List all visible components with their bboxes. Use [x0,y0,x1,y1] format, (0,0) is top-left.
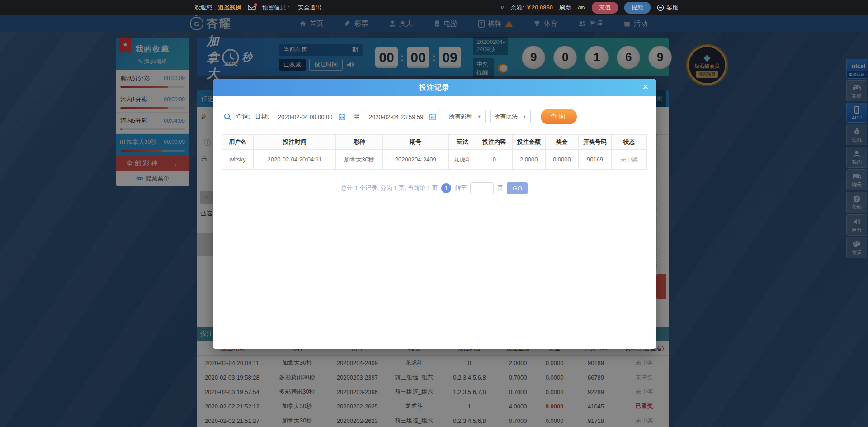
cell-play: 龙虎斗 [448,150,476,169]
table-row[interactable]: wltsky 2020-02-04 20:04:11 加拿大30秒 202002… [222,150,647,170]
col-header: 用户名 [222,135,253,149]
chevron-down-icon: ▼ [523,114,527,119]
modal-table-header: 用户名 投注时间 彩种 期号 玩法 投注内容 投注金额 奖金 开奖号码 状态 [222,134,647,150]
calendar-icon[interactable] [429,114,436,120]
service-button[interactable]: 客服 [657,4,678,12]
go-button[interactable]: GO [507,182,528,194]
balance-label: 余额: [511,4,524,11]
balance-value: ￥20.0850 [526,4,553,11]
service-label: 客服 [666,4,678,12]
close-icon[interactable]: ✕ [642,83,649,92]
utility-topbar: 欢迎您，逍遥残枫 预留信息： 安全退出 ∨ 余额: ￥20.0850 刷新 充值… [0,0,868,15]
cell-content: 0 [476,150,512,169]
col-header: 开奖号码 [578,135,611,149]
col-header: 期号 [382,135,448,149]
cell-status: 未中奖 [611,150,646,169]
col-header: 投注时间 [253,135,336,149]
chat-bubble-icon [657,4,664,11]
cell-amount: 2.0000 [512,150,545,169]
cell-issue: 20200204-2409 [382,150,448,169]
goto-label: 转至 [455,184,467,192]
col-header: 奖金 [545,135,578,149]
play-select[interactable]: 所有玩法 ▼ [490,110,531,123]
cell-prize: 0.0000 [545,150,578,169]
col-header: 投注金额 [512,135,545,149]
pagination-summary: 总计 1 个记录, 分为 1 页, 当前第 1 页 [341,184,438,192]
balance: 余额: ￥20.0850 [511,4,553,12]
cell-draw-code: 90169 [578,150,611,169]
date-from-input[interactable] [278,114,336,120]
chevron-down-icon: ▼ [477,114,481,119]
logout-link[interactable]: 安全退出 [298,4,321,12]
calendar-icon[interactable] [339,114,345,120]
date-label: 日期: [255,113,269,121]
date-to-field [365,110,440,123]
col-header: 投注内容 [476,135,512,149]
pagination: 总计 1 个记录, 分为 1 页, 当前第 1 页 1 转至 页 GO [213,182,656,194]
cell-bet-time: 2020-02-04 20:04:11 [253,150,336,169]
modal-header: 投注记录 ✕ [213,79,656,96]
reserved-info-label: 预留信息： [262,4,292,12]
col-header: 玩法 [448,135,476,149]
cell-username: wltsky [222,150,253,169]
query-label: 查询: [236,113,250,121]
search-bar: 查询: 日期: 至 所有彩种 ▼ 所有玩法 ▼ 查询 [213,96,656,124]
col-header: 状态 [611,135,646,149]
modal-table-body: wltsky 2020-02-04 20:04:11 加拿大30秒 202002… [222,150,647,170]
withdraw-button[interactable]: 提款 [624,2,651,14]
mail-button[interactable] [248,5,256,10]
to-label: 至 [354,113,360,121]
cell-lottery: 加拿大30秒 [335,150,382,169]
username[interactable]: 逍遥残枫 [218,4,241,11]
play-select-value: 所有玩法 [494,113,518,121]
goto-page-input[interactable] [470,182,494,194]
lottery-select-value: 所有彩种 [449,113,472,121]
balance-collapse-chevron[interactable]: ∨ [500,4,505,11]
deposit-button[interactable]: 充值 [592,2,618,14]
col-header: 彩种 [335,135,382,149]
welcome-label: 欢迎您，逍遥残枫 [194,4,241,12]
modal-title: 投注记录 [419,83,450,93]
date-to-input[interactable] [369,114,427,120]
search-icon [224,113,231,121]
bet-records-modal: 投注记录 ✕ 查询: 日期: 至 所有彩种 ▼ 所有玩法 ▼ 查询 用户名 投注… [213,79,656,349]
search-button[interactable]: 查询 [541,109,577,124]
page-unit-label: 页 [497,184,503,192]
welcome-text: 欢迎您， [194,4,218,11]
lottery-select[interactable]: 所有彩种 ▼ [445,110,486,123]
date-from-field [274,110,349,123]
page-1-button[interactable]: 1 [441,183,451,193]
modal-table: 用户名 投注时间 彩种 期号 玩法 投注内容 投注金额 奖金 开奖号码 状态 w… [222,134,647,170]
refresh-link[interactable]: 刷新 [559,4,571,12]
notification-dot [254,3,257,6]
eye-off-icon[interactable] [577,5,585,10]
